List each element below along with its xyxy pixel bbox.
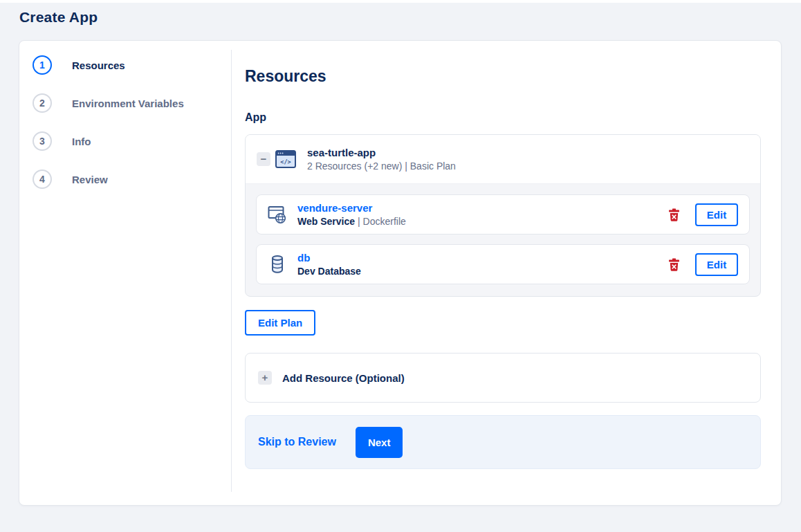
step-review[interactable]: 4 Review [33, 169, 231, 189]
resource-detail: | Dockerfile [358, 216, 406, 227]
plus-icon: + [258, 371, 272, 385]
step-info[interactable]: 3 Info [33, 131, 231, 151]
code-window-icon: </> [275, 150, 296, 168]
resource-row-vendure-server: vendure-server Web Service| Dockerfile [256, 194, 750, 235]
step-environment-variables[interactable]: 2 Environment Variables [33, 93, 231, 113]
stepper: 1 Resources 2 Environment Variables 3 In… [19, 41, 231, 505]
skip-to-review-link[interactable]: Skip to Review [258, 436, 336, 448]
step-label-environment-variables: Environment Variables [72, 98, 184, 109]
app-summary: 2 Resources (+2 new) | Basic Plan [307, 160, 456, 172]
edit-plan-button[interactable]: Edit Plan [245, 310, 315, 336]
resource-type: Dev Database [297, 266, 361, 277]
step-resources[interactable]: 1 Resources [33, 55, 231, 75]
step-label-review: Review [72, 174, 108, 185]
page-title: Create App [19, 9, 801, 26]
resource-row-db: db Dev Database [256, 244, 750, 284]
step-number-3: 3 [33, 131, 52, 151]
resources-panel: Resources App − </> sea-turtle-app [231, 41, 781, 505]
resource-text: db Dev Database [297, 252, 364, 277]
resource-name-link[interactable]: vendure-server [297, 202, 372, 214]
app-name: sea-turtle-app [307, 147, 456, 158]
step-number-1: 1 [33, 55, 52, 75]
step-label-resources: Resources [72, 59, 125, 71]
collapse-icon[interactable]: − [257, 152, 270, 166]
svg-text:</>: </> [280, 158, 291, 165]
step-number-4: 4 [33, 169, 52, 189]
section-heading: Resources [245, 67, 761, 86]
step-label-info: Info [72, 136, 91, 147]
edit-resource-button[interactable]: Edit [695, 253, 738, 276]
resource-subtitle: Dev Database [297, 266, 364, 277]
add-resource-section[interactable]: + Add Resource (Optional) [245, 353, 761, 403]
resource-subtitle: Web Service| Dockerfile [297, 216, 406, 227]
app-resource-group: − </> sea-turtle-app 2 Resources (+2 new… [245, 134, 761, 297]
create-app-card: 1 Resources 2 Environment Variables 3 In… [19, 40, 782, 506]
resource-type: Web Service [297, 216, 355, 227]
sidebar-divider [231, 50, 232, 492]
step-number-2: 2 [33, 93, 52, 113]
web-service-icon [268, 205, 287, 224]
app-group-header: − </> sea-turtle-app 2 Resources (+2 new… [246, 135, 760, 184]
app-group-text: sea-turtle-app 2 Resources (+2 new) | Ba… [307, 147, 456, 172]
resource-name-link[interactable]: db [297, 252, 310, 264]
next-button[interactable]: Next [356, 427, 403, 458]
add-resource-label: Add Resource (Optional) [282, 372, 405, 384]
database-icon [268, 255, 287, 274]
resource-actions: Edit [668, 203, 738, 226]
top-strip [0, 0, 801, 3]
app-section-label: App [245, 111, 761, 124]
resource-actions: Edit [668, 253, 738, 276]
footer-bar: Skip to Review Next [245, 415, 761, 469]
app-group-body: vendure-server Web Service| Dockerfile [246, 184, 760, 296]
edit-resource-button[interactable]: Edit [695, 203, 738, 226]
resource-text: vendure-server Web Service| Dockerfile [297, 202, 406, 227]
delete-resource-icon[interactable] [668, 258, 680, 271]
delete-resource-icon[interactable] [668, 208, 680, 221]
